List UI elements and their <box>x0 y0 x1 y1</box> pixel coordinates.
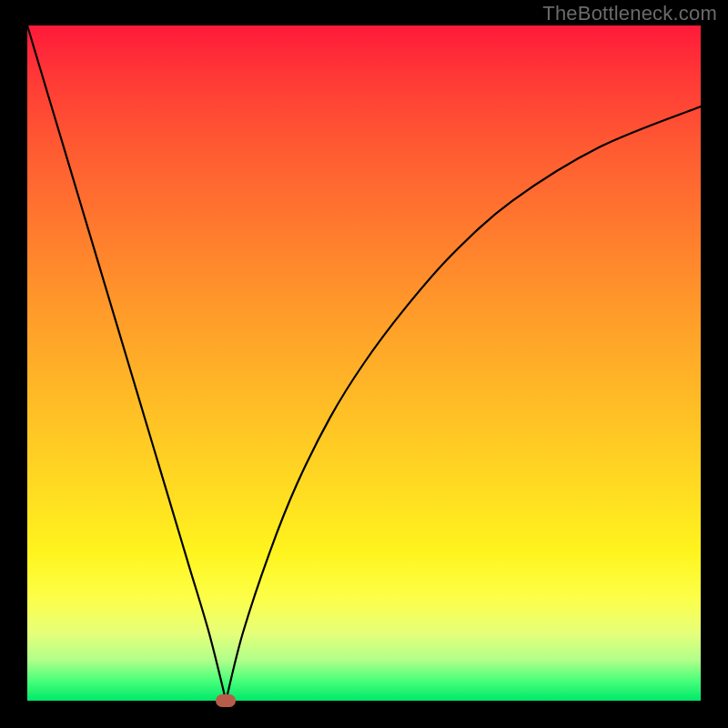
curve-svg <box>27 25 701 701</box>
bottleneck-curve-left <box>27 25 226 701</box>
watermark-text: TheBottleneck.com <box>542 2 717 25</box>
plot-area <box>27 25 701 701</box>
chart-frame: TheBottleneck.com <box>0 0 728 728</box>
bottleneck-curve-right <box>226 106 701 701</box>
minimum-marker <box>216 694 236 707</box>
